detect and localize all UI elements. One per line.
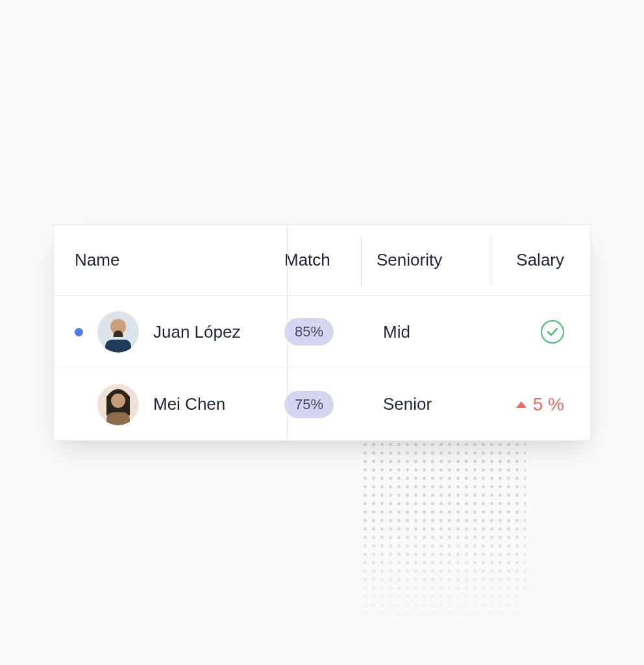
check-circle-icon: [541, 320, 564, 344]
column-header-seniority[interactable]: Seniority: [361, 250, 491, 270]
salary-delta-value: 5 %: [533, 394, 564, 415]
candidate-name: Juan López: [153, 322, 240, 342]
avatar: [97, 384, 139, 425]
candidate-name: Mei Chen: [153, 394, 225, 414]
table-header-row: Name Match Seniority Salary: [54, 225, 590, 296]
column-header-salary[interactable]: Salary: [491, 250, 590, 270]
match-cell: 85%: [287, 318, 361, 345]
column-header-name[interactable]: Name: [54, 250, 287, 270]
table-row[interactable]: Mei Chen 75% Senior 5 %: [54, 368, 590, 440]
name-cell: Mei Chen: [54, 384, 287, 425]
column-header-match[interactable]: Match: [284, 250, 361, 270]
seniority-cell: Senior: [361, 394, 491, 414]
status-indicator-dot: [75, 328, 83, 336]
salary-cell: 5 %: [491, 394, 590, 415]
decorative-dot-pattern: [361, 440, 526, 629]
avatar: [97, 311, 139, 353]
match-badge: 75%: [284, 391, 334, 418]
candidates-table: Name Match Seniority Salary Juan López: [53, 224, 591, 441]
svg-rect-3: [105, 340, 131, 353]
salary-cell: [491, 320, 590, 344]
name-cell: Juan López: [54, 311, 287, 353]
match-cell: 75%: [287, 391, 361, 418]
seniority-cell: Mid: [361, 322, 491, 342]
svg-point-6: [111, 394, 125, 408]
table-row[interactable]: Juan López 85% Mid: [54, 296, 590, 368]
svg-rect-7: [106, 412, 130, 425]
salary-increase: 5 %: [516, 394, 564, 415]
caret-up-icon: [516, 401, 526, 408]
match-badge: 85%: [284, 318, 334, 345]
